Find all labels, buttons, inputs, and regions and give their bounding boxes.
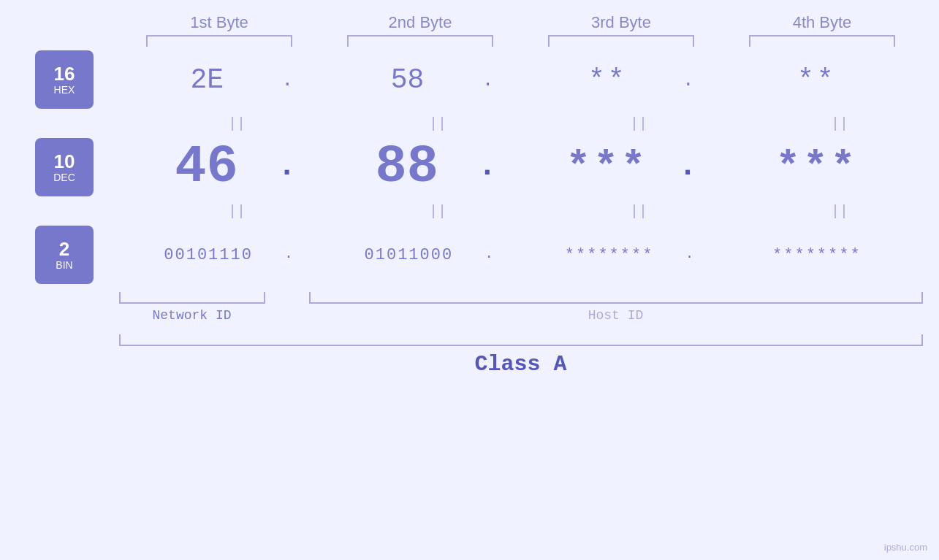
bracket-4 <box>749 35 895 47</box>
hex-val-4: ** <box>737 64 897 96</box>
network-bracket <box>119 292 265 304</box>
hex-badge: 16 HEX <box>35 50 94 109</box>
bin-cell-4: ******** <box>737 246 897 264</box>
byte-header-4: 4th Byte <box>742 13 902 32</box>
sep-2-4: || <box>759 203 920 220</box>
host-id-label-wrapper: Host ID <box>309 308 923 323</box>
dec-dot-1: . <box>278 151 296 183</box>
bracket-1 <box>146 35 292 47</box>
dec-row: 10 DEC 46 . 88 . *** . *** <box>0 134 939 200</box>
top-brackets <box>119 35 923 47</box>
bin-badge: 2 BIN <box>35 226 94 284</box>
bin-dot-2: . <box>484 245 493 265</box>
main-container: 1st Byte 2nd Byte 3rd Byte 4th Byte 16 H… <box>0 0 939 560</box>
bin-val-1: 00101110 <box>135 246 281 264</box>
dec-base-num: 10 <box>54 151 75 172</box>
dec-dot-3: . <box>678 151 696 183</box>
host-id-label: Host ID <box>588 308 644 323</box>
dec-val-3: *** <box>536 144 679 191</box>
dec-val-4: *** <box>737 144 897 191</box>
byte-header-1: 1st Byte <box>139 13 300 32</box>
dec-base-label: DEC <box>53 172 75 183</box>
dec-badge: 10 DEC <box>35 138 94 196</box>
bin-values: 00101110 . 01011000 . ******** . *******… <box>94 245 939 265</box>
dec-values: 46 . 88 . *** . *** <box>94 137 939 197</box>
hex-base-label: HEX <box>54 85 75 96</box>
bin-val-3: ******** <box>536 246 683 264</box>
bin-base-label: BIN <box>56 260 72 271</box>
bin-cell-1: 00101110 . <box>135 245 296 265</box>
hex-cell-2: 58 . <box>335 64 496 96</box>
bin-val-4: ******** <box>737 246 897 264</box>
dec-cell-1: 46 . <box>135 137 296 197</box>
bin-cell-3: ******** . <box>536 245 697 265</box>
bin-cell-2: 01011000 . <box>335 245 496 265</box>
sep-1-3: || <box>558 115 719 132</box>
hex-cell-1: 2E . <box>135 64 296 96</box>
id-labels: Network ID Host ID <box>119 308 923 323</box>
bracket-gap <box>265 292 309 304</box>
dec-cell-2: 88 . <box>335 137 496 197</box>
byte-header-3: 3rd Byte <box>541 13 702 32</box>
bin-dot-1: . <box>284 245 293 265</box>
dec-val-1: 46 <box>135 137 278 197</box>
hex-cell-4: ** <box>737 64 897 96</box>
sep-1-4: || <box>759 115 920 132</box>
hex-val-1: 2E <box>135 64 278 96</box>
bin-dot-3: . <box>685 245 694 265</box>
full-bottom-bracket <box>119 334 923 346</box>
hex-dot-1: . <box>282 69 294 96</box>
dec-cell-3: *** . <box>536 144 697 191</box>
sep-1-2: || <box>357 115 518 132</box>
dec-val-2: 88 <box>335 137 478 197</box>
hex-base-num: 16 <box>54 64 75 85</box>
bracket-3 <box>548 35 694 47</box>
host-bracket <box>309 292 923 304</box>
sep-1-1: || <box>156 115 317 132</box>
separator-1: || || || || <box>137 112 940 134</box>
bracket-2 <box>347 35 493 47</box>
byte-headers-row: 1st Byte 2nd Byte 3rd Byte 4th Byte <box>119 13 923 32</box>
network-id-label-wrapper: Network ID <box>119 308 265 323</box>
separator-2: || || || || <box>137 200 940 222</box>
hex-dot-2: . <box>482 69 494 96</box>
watermark: ipshu.com <box>884 542 927 553</box>
class-label: Class A <box>474 352 566 377</box>
sep-2-1: || <box>156 203 317 220</box>
hex-row: 16 HEX 2E . 58 . ** . ** <box>0 47 939 112</box>
bottom-bracket-row <box>119 292 923 304</box>
hex-cell-3: ** . <box>536 64 697 96</box>
hex-values: 2E . 58 . ** . ** <box>94 64 939 96</box>
byte-header-2: 2nd Byte <box>340 13 501 32</box>
sep-2-2: || <box>357 203 518 220</box>
hex-val-3: ** <box>536 64 680 96</box>
hex-dot-3: . <box>683 69 694 96</box>
bin-row: 2 BIN 00101110 . 01011000 . ******** . *… <box>0 222 939 288</box>
dec-cell-4: *** <box>737 144 897 191</box>
bin-val-2: 01011000 <box>335 246 482 264</box>
sep-2-3: || <box>558 203 719 220</box>
class-label-row: Class A <box>119 352 923 377</box>
bin-base-num: 2 <box>59 239 69 260</box>
hex-val-2: 58 <box>335 64 479 96</box>
dec-dot-2: . <box>478 151 496 183</box>
network-id-label: Network ID <box>152 308 231 323</box>
bottom-bracket-area: Network ID Host ID <box>119 292 923 323</box>
